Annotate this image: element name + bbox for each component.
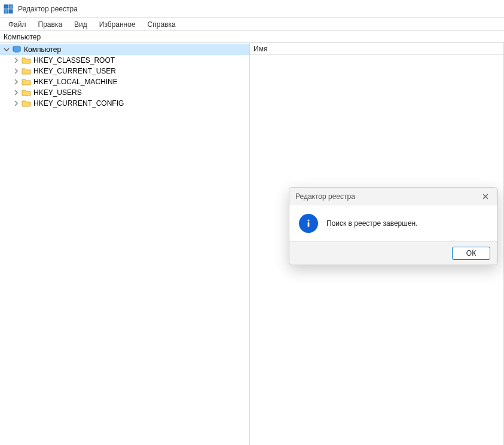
menu-help[interactable]: Справка <box>142 19 182 30</box>
tree-hive[interactable]: HKEY_CURRENT_USER <box>10 66 249 76</box>
tree-children: HKEY_CLASSES_ROOT HKEY_CURRENT_USER HKEY <box>0 55 249 109</box>
folder-icon <box>22 99 31 108</box>
close-icon <box>482 193 489 200</box>
menu-favorites[interactable]: Избранное <box>93 19 142 30</box>
info-icon <box>299 214 318 233</box>
svg-point-6 <box>307 219 309 221</box>
svg-rect-0 <box>4 5 8 8</box>
expander-icon[interactable] <box>12 78 20 86</box>
dialog-title: Редактор реестра <box>295 192 355 201</box>
dialog-footer: ОК <box>289 241 497 265</box>
dialog-message: Поиск в реестре завершен. <box>326 219 418 228</box>
folder-icon <box>22 77 31 87</box>
address-path: Компьютер <box>4 33 41 41</box>
dialog-titlebar[interactable]: Редактор реестра <box>289 188 497 205</box>
expander-icon[interactable] <box>12 99 20 108</box>
tree-node-label: HKEY_USERS <box>33 88 82 97</box>
tree-hive[interactable]: HKEY_LOCAL_MACHINE <box>10 76 249 87</box>
expander-icon[interactable] <box>12 67 20 75</box>
close-button[interactable] <box>479 191 491 202</box>
tree-hive[interactable]: HKEY_CLASSES_ROOT <box>10 55 249 66</box>
tree-node-label: Компьютер <box>24 45 61 54</box>
svg-rect-5 <box>15 52 19 53</box>
tree-node-label: HKEY_LOCAL_MACHINE <box>33 78 118 86</box>
window-titlebar: Редактор реестра <box>0 0 504 18</box>
list-column-header[interactable]: Имя <box>250 43 503 55</box>
expander-icon[interactable] <box>12 88 20 97</box>
tree-node-label: HKEY_CLASSES_ROOT <box>33 56 115 65</box>
menu-edit[interactable]: Правка <box>32 19 69 30</box>
menubar: Файл Правка Вид Избранное Справка <box>0 18 504 31</box>
tree-pane[interactable]: Компьютер HKEY_CLASSES_ROOT HKEY_CURR <box>0 43 250 445</box>
tree-hive[interactable]: HKEY_CURRENT_CONFIG <box>10 98 249 109</box>
info-dialog: Редактор реестра Поиск в реестре заверше… <box>289 187 498 265</box>
expander-icon[interactable] <box>12 56 20 65</box>
menu-file[interactable]: Файл <box>2 19 32 30</box>
computer-icon <box>12 45 22 54</box>
folder-icon <box>22 66 31 76</box>
svg-rect-1 <box>9 5 13 8</box>
expander-icon[interactable] <box>2 45 11 54</box>
column-name-header: Имя <box>253 45 267 53</box>
svg-rect-4 <box>13 47 20 51</box>
address-bar[interactable]: Компьютер <box>0 31 504 43</box>
app-icon <box>4 4 13 14</box>
dialog-body: Поиск в реестре завершен. <box>289 205 497 241</box>
tree-root-computer[interactable]: Компьютер <box>0 44 249 55</box>
svg-rect-3 <box>9 10 13 13</box>
menu-view[interactable]: Вид <box>68 19 93 30</box>
svg-rect-7 <box>308 222 310 227</box>
tree-node-label: HKEY_CURRENT_CONFIG <box>33 99 124 108</box>
window-title: Редактор реестра <box>18 5 78 13</box>
folder-icon <box>22 88 31 97</box>
folder-icon <box>22 56 31 65</box>
svg-rect-2 <box>4 10 8 13</box>
tree-hive[interactable]: HKEY_USERS <box>10 87 249 98</box>
tree-node-label: HKEY_CURRENT_USER <box>33 67 116 75</box>
ok-button[interactable]: ОК <box>452 247 490 260</box>
